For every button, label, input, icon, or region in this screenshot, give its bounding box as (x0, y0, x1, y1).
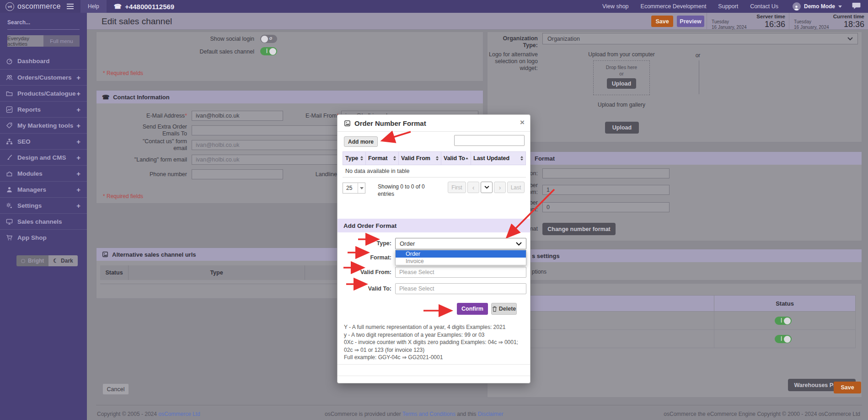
email-address-label: E-Mail Address* (96, 113, 187, 119)
general-settings-card: Show social login o Default sales channe… (96, 32, 483, 81)
chat-icon[interactable] (852, 2, 861, 11)
terms-link[interactable]: Terms and Conditions (402, 411, 455, 417)
server-time-value: 16:36 (765, 20, 785, 29)
oscommerce-ltd-link[interactable]: osCommerce Ltd (158, 411, 200, 417)
number-format-field-1[interactable] (542, 168, 670, 178)
oscommerce-logo[interactable]: v4 oscommerce (0, 2, 74, 11)
brush-icon (6, 154, 13, 161)
column-valid-to[interactable]: Valid To (441, 152, 471, 165)
valid-to-field[interactable] (395, 283, 526, 294)
send-extra-order-emails-label: Send Extra OrderEmails To (96, 124, 187, 137)
option-order[interactable]: Order (396, 250, 526, 258)
column-valid-from[interactable]: Valid From (399, 152, 441, 165)
sidebar-item-label: Managers (17, 186, 46, 193)
sidebar-item-modules[interactable]: Modules+ (0, 165, 87, 181)
confirm-button[interactable]: Confirm (457, 303, 488, 315)
tab-full-menu[interactable]: Full menu (43, 35, 80, 47)
top-link-contact-us[interactable]: Contact Us (750, 3, 778, 10)
header-save-button[interactable]: Save (651, 16, 673, 27)
theme-bright-label: Bright (28, 258, 44, 264)
top-link-ecommerce-development[interactable]: Ecommerce Development (641, 3, 707, 10)
trash-icon (492, 306, 497, 312)
column-last-updated[interactable]: Last Updated (471, 152, 525, 165)
format-help-text: Y - A full numeric representation of a y… (344, 323, 525, 361)
delete-button-label: Delete (499, 306, 516, 312)
valid-from-field[interactable] (395, 267, 526, 278)
cancel-button[interactable]: Cancel (102, 383, 129, 395)
top-link-support[interactable]: Support (718, 3, 738, 10)
column-status: Status (714, 296, 855, 311)
drop-files-text: Drop files here (606, 65, 637, 70)
modal-search-input[interactable] (454, 135, 525, 146)
hamburger-menu-icon[interactable] (67, 4, 74, 9)
valid-to-label: Valid To: (341, 285, 391, 292)
logo-dropzone[interactable]: Drop files here or Upload (593, 60, 650, 95)
change-number-format-button[interactable]: Change number format (542, 223, 616, 235)
page-size-select[interactable]: 25 (343, 183, 365, 194)
add-more-button[interactable]: Add more (344, 136, 378, 147)
sidebar-item-products-catalogue[interactable]: Products/Catalogue+ (0, 85, 87, 101)
phone-number-label: Phone number (96, 171, 187, 178)
sidebar-item-label: Sales channels (17, 218, 62, 225)
close-icon[interactable]: × (520, 118, 525, 127)
header-preview-button[interactable]: Preview (677, 16, 704, 27)
sidebar-item-settings[interactable]: Settings+ (0, 197, 87, 213)
gears-icon (6, 202, 13, 209)
image-icon (102, 251, 108, 258)
sidebar: Everyday activities Full menu Dashboard … (0, 13, 87, 420)
upload-computer-button[interactable]: Upload (607, 78, 636, 89)
sidebar-item-reports[interactable]: Reports+ (0, 101, 87, 117)
help-link[interactable]: Help (80, 0, 107, 13)
delete-button[interactable]: Delete (491, 303, 517, 315)
page-header: Edit sales channel Save Preview Server t… (87, 13, 868, 30)
sidebar-item-orders-customers[interactable]: Orders/Customers+ (0, 69, 87, 85)
server-time-day: Tuesday (712, 19, 729, 24)
page-select-button[interactable] (481, 182, 493, 193)
sidebar-item-design-and-cms[interactable]: Design and CMS+ (0, 149, 87, 165)
sidebar-item-managers[interactable]: Managers+ (0, 181, 87, 197)
disclaimer-link[interactable]: Disclaimer (478, 411, 504, 417)
sidebar-search (7, 19, 80, 30)
organization-card: Organization Type: Organization Logo for… (487, 32, 862, 142)
organization-type-select[interactable]: Organization (542, 33, 858, 44)
formats-table: Type Format Valid From Valid To Last Upd… (343, 151, 526, 178)
top-link-view-shop[interactable]: View shop (602, 3, 628, 10)
topbar: v4 oscommerce Help ☎ +448000112569 View … (0, 0, 868, 13)
column-type[interactable]: Type (343, 152, 366, 165)
phone-number-field[interactable] (192, 169, 283, 179)
number-format-field-2[interactable] (542, 185, 670, 195)
type-select[interactable]: Order (395, 238, 526, 249)
column-format[interactable]: Format (366, 152, 399, 165)
option-invoice[interactable]: Invoice (396, 258, 526, 265)
sidebar-item-dashboard[interactable]: Dashboard (0, 53, 87, 69)
search-input[interactable] (7, 19, 80, 26)
default-sales-channel-toggle[interactable]: | (260, 47, 277, 55)
status-toggle[interactable]: | (775, 317, 792, 325)
next-page-button[interactable]: › (494, 182, 506, 193)
prev-page-button[interactable]: ‹ (467, 182, 479, 193)
expand-plus: + (76, 138, 80, 145)
alternative-urls-title: Alternative sales channel urls (112, 251, 196, 258)
sidebar-item-seo[interactable]: SEO+ (0, 133, 87, 149)
status-toggle[interactable]: | (775, 335, 792, 343)
user-menu[interactable]: Demo Mode (793, 2, 842, 11)
first-page-button[interactable]: First (448, 182, 466, 193)
sun-icon (21, 259, 25, 263)
theme-dark-button[interactable]: ☾ Dark (48, 255, 77, 266)
upload-gallery-button[interactable]: Upload (605, 122, 639, 134)
sidebar-item-my-marketing-tools[interactable]: My Marketing tools+ (0, 117, 87, 133)
show-social-login-label: Show social login (96, 36, 254, 43)
expand-plus: + (76, 106, 80, 113)
last-page-button[interactable]: Last (507, 182, 525, 193)
save-button[interactable]: Save (834, 382, 861, 393)
column-status: Status (100, 265, 129, 280)
theme-bright-button[interactable]: Bright (16, 255, 48, 266)
show-social-login-toggle[interactable]: o (260, 35, 277, 43)
number-format-field-3[interactable] (542, 202, 670, 212)
type-select-value: Order (400, 240, 415, 247)
user-icon (6, 186, 13, 193)
sidebar-item-sales-channels[interactable]: Sales channels (0, 213, 87, 229)
tab-everyday-activities[interactable]: Everyday activities (7, 35, 43, 47)
expand-plus: + (76, 74, 80, 81)
sidebar-item-app-shop[interactable]: App Shop (0, 229, 87, 245)
